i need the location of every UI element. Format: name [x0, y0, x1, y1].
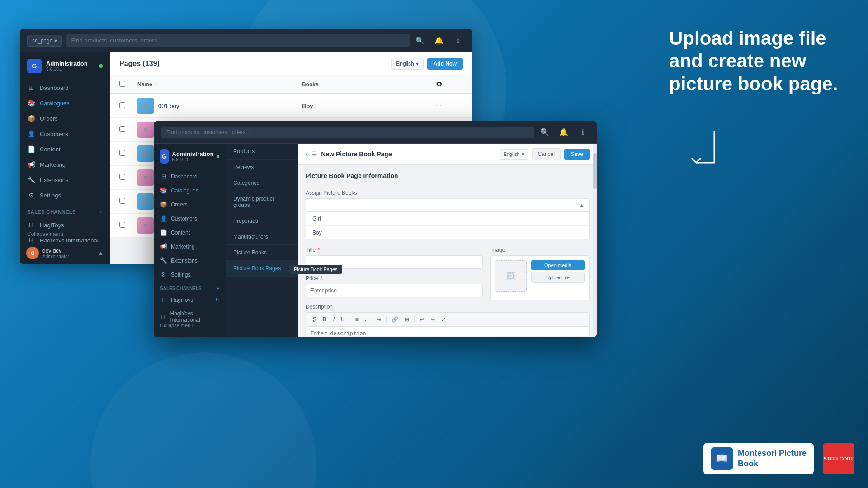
sidebar-item-extensions-fg[interactable]: 🔧 Extensions: [154, 253, 226, 267]
sidebar-item-marketing-bg[interactable]: 📢 Marketing: [20, 157, 110, 172]
toolbar-style-btn[interactable]: ❡: [310, 315, 319, 324]
assign-books-input[interactable]: | ▲: [306, 199, 589, 212]
steelcode-logo: STEELCODE: [823, 443, 854, 474]
cancel-button[interactable]: Cancel: [532, 148, 561, 160]
sc-page-dropdown[interactable]: sc_page ▾: [27, 35, 62, 47]
sidebar-item-content-fg[interactable]: 📄 Content: [154, 225, 226, 239]
search-button-fg[interactable]: 🔍: [538, 126, 552, 139]
toolbar-redo-btn[interactable]: ↪: [428, 315, 437, 324]
description-textarea[interactable]: [306, 326, 590, 336]
language-select-fg[interactable]: English ▾: [500, 149, 528, 160]
admin-version-fg: 5.6.10.1: [172, 157, 214, 162]
scrollbar[interactable]: [593, 144, 597, 337]
submenu-dynamic-product-groups[interactable]: Dynamic product groups: [226, 191, 298, 213]
montesori-logo: 📖 Montesori Picture Book: [703, 443, 814, 474]
col-actions-header: ⚙: [436, 80, 463, 89]
row-checkbox[interactable]: [119, 150, 125, 156]
sidebar-item-catalogues-bg[interactable]: 📚 Catalogues: [20, 95, 110, 111]
toolbar-italic-btn[interactable]: I: [331, 315, 337, 324]
toolbar-list-btn[interactable]: ≔: [363, 315, 373, 324]
submenu-categories[interactable]: Categories: [226, 175, 298, 191]
sidebar-item-marketing-fg[interactable]: 📢 Marketing: [154, 239, 226, 253]
sidebar-item-settings-bg[interactable]: ⚙ Settings: [20, 188, 110, 203]
toolbar-undo-btn[interactable]: ↩: [417, 315, 426, 324]
sidebar-bg: G Administration 5.6.10.1 ⊞ Dashboard 📚 …: [20, 52, 110, 264]
info-button-bg[interactable]: ℹ: [451, 34, 465, 47]
image-col: Image 🖼 Open media Upload file: [490, 247, 590, 304]
table-header-bg: Name ↑ Books ⚙: [110, 75, 472, 94]
row-checkbox[interactable]: [119, 174, 125, 180]
submenu-manufacturers[interactable]: Manufacturers: [226, 229, 298, 245]
search-area-bg: sc_page ▾ 🔍: [27, 34, 427, 47]
sidebar-item-extensions-bg[interactable]: 🔧 Extensions: [20, 172, 110, 188]
add-channel-icon-fg[interactable]: +: [217, 286, 219, 291]
sidebar-item-customers-bg[interactable]: 👤 Customers: [20, 126, 110, 141]
sidebar-item-catalogues-fg[interactable]: 📚 Catalogues: [154, 183, 226, 197]
properties-label: Properties: [233, 218, 258, 224]
search-button-bg[interactable]: 🔍: [413, 34, 427, 47]
collapse-menu-fg[interactable]: Collapse menu: [154, 317, 226, 333]
scrollbar-thumb[interactable]: [593, 153, 597, 189]
sidebar-item-orders-fg[interactable]: 📦 Orders: [154, 197, 226, 211]
table-row[interactable]: 🖼 001 boy Boy ···: [110, 94, 472, 118]
price-group: Price *: [306, 275, 483, 297]
marketing-label-bg: Marketing: [40, 161, 66, 168]
option-girl[interactable]: Girl: [306, 212, 589, 226]
content-label-fg: Content: [171, 230, 190, 236]
notifications-button-bg[interactable]: 🔔: [432, 34, 446, 47]
open-media-button[interactable]: Open media: [531, 260, 585, 270]
upload-file-button[interactable]: Upload file: [531, 272, 585, 283]
hagitoys-label-fg: HagiToys: [171, 297, 193, 303]
bottom-logos: 📖 Montesori Picture Book STEELCODE: [703, 443, 854, 474]
submenu-picture-books[interactable]: Picture Books: [226, 245, 298, 261]
row-thumbnail: 🖼: [137, 169, 154, 186]
col-books-header: Books: [302, 81, 429, 88]
toolbar-align-btn[interactable]: ≡: [353, 315, 361, 324]
row-checkbox[interactable]: [119, 126, 125, 132]
info-button-fg[interactable]: ℹ: [576, 126, 590, 139]
sidebar-item-content-bg[interactable]: 📄 Content: [20, 141, 110, 157]
toolbar-underline-btn[interactable]: U: [339, 315, 347, 324]
row-checkbox[interactable]: [119, 222, 125, 228]
notifications-button-fg[interactable]: 🔔: [557, 126, 571, 139]
toolbar-table-btn[interactable]: ⊞: [402, 315, 411, 324]
admin-title-fg: Administration: [172, 150, 214, 157]
language-dropdown-bg[interactable]: English ▾: [391, 58, 423, 70]
customers-icon-bg: 👤: [27, 130, 35, 137]
sidebar-item-dashboard-bg[interactable]: ⊞ Dashboard: [20, 80, 110, 95]
submenu-properties[interactable]: Properties: [226, 213, 298, 229]
hagitoys-eye-icon: 👁: [215, 297, 219, 302]
add-new-button-bg[interactable]: Add New: [427, 58, 463, 70]
toolbar-fullscreen-btn[interactable]: ⤢: [439, 315, 448, 324]
toolbar-link-btn[interactable]: 🔗: [389, 315, 401, 324]
search-input-bg[interactable]: [66, 34, 410, 47]
main-content-fg: ‹ ☰ New Picture Book Page English ▾ Canc…: [298, 144, 597, 337]
manufacturers-label: Manufacturers: [233, 234, 268, 240]
products-label: Products: [233, 148, 255, 155]
submenu-reviews[interactable]: Reviews: [226, 160, 298, 175]
toolbar-bold-btn[interactable]: B: [321, 315, 329, 324]
row-book: Boy: [302, 103, 313, 109]
row-more-icon[interactable]: ···: [436, 102, 442, 109]
save-button[interactable]: Save: [564, 149, 590, 160]
sidebar-item-settings-fg[interactable]: ⚙ Settings: [154, 267, 226, 282]
sidebar-item-dashboard-fg[interactable]: ⊞ Dashboard: [154, 169, 226, 183]
row-checkbox[interactable]: [119, 102, 125, 108]
user-profile-bg[interactable]: d dev dev Administrator ▲: [20, 242, 110, 264]
select-all-checkbox-bg[interactable]: [119, 81, 125, 87]
assign-books-container[interactable]: | ▲ Girl Boy: [306, 198, 590, 240]
sidebar-item-customers-fg[interactable]: 👤 Customers: [154, 211, 226, 225]
option-boy[interactable]: Boy: [306, 226, 589, 240]
toolbar-indent-btn[interactable]: ⇥: [374, 315, 383, 324]
search-input-fg[interactable]: [161, 127, 534, 138]
submenu-products[interactable]: Products: [226, 144, 298, 160]
form-body: Picture Book Page Information Assign Pic…: [298, 165, 597, 336]
price-input[interactable]: [306, 284, 483, 297]
sidebar-hagitoys-fg[interactable]: H HagiToys 👁: [154, 293, 226, 307]
back-button[interactable]: ‹: [306, 150, 308, 158]
add-channel-icon-bg[interactable]: +: [99, 209, 103, 215]
row-checkbox[interactable]: [119, 198, 125, 204]
sidebar-item-orders-bg[interactable]: 📦 Orders: [20, 111, 110, 126]
submenu-picture-book-pages[interactable]: Picture Book Pages: [226, 261, 298, 277]
collapse-menu-bg[interactable]: Collapse menu: [20, 226, 110, 241]
